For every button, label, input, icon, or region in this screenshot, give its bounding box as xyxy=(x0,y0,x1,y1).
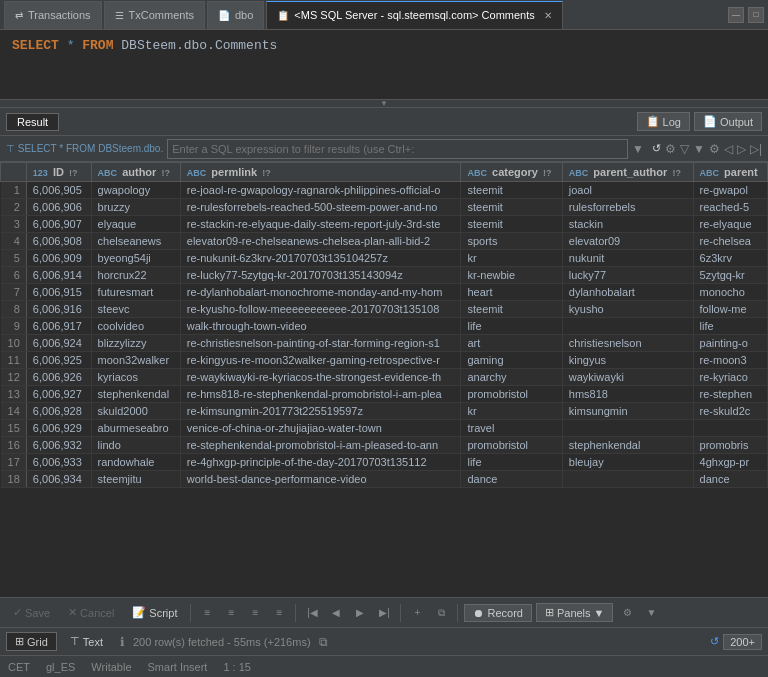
cell-author: lindo xyxy=(91,437,180,454)
cell-author: futuresmart xyxy=(91,284,180,301)
sql-editor[interactable]: SELECT * FROM DBSteem.dbo.Comments xyxy=(0,30,768,100)
filter-dropdown-icon[interactable]: ▼ xyxy=(632,142,644,156)
table-row[interactable]: 5 6,006,909 byeong54ji re-nukunit-6z3krv… xyxy=(1,250,768,267)
tab-transactions[interactable]: ⇄ Transactions xyxy=(4,1,102,29)
row-number: 13 xyxy=(1,386,27,403)
cell-author: bruzzy xyxy=(91,199,180,216)
cell-category: heart xyxy=(461,284,562,301)
col-header-parent-author[interactable]: ABC parent_author !? xyxy=(562,163,693,182)
refresh-icon: ↺ xyxy=(710,635,719,648)
filter-icon-5[interactable]: ◁ xyxy=(724,142,733,156)
table-row[interactable]: 14 6,006,928 skuld2000 re-kimsungmin-201… xyxy=(1,403,768,420)
cell-parent: re-stephen xyxy=(693,386,767,403)
table-row[interactable]: 10 6,006,924 blizzylizzy re-christiesnel… xyxy=(1,335,768,352)
cell-permlink: re-4ghxgp-principle-of-the-day-20170703t… xyxy=(180,454,461,471)
col-header-permlink[interactable]: ABC permlink !? xyxy=(180,163,461,182)
cancel-button[interactable]: ✕ Cancel xyxy=(61,603,121,622)
cell-parent: monocho xyxy=(693,284,767,301)
col-header-id[interactable]: 123 ID !? xyxy=(26,163,91,182)
add-row-btn[interactable]: + xyxy=(407,603,427,623)
save-button[interactable]: ✓ Save xyxy=(6,603,57,622)
filter-icon-6[interactable]: ▷ xyxy=(737,142,746,156)
filter-input[interactable] xyxy=(167,139,628,159)
table-row[interactable]: 13 6,006,927 stephenkendal re-hms818-re-… xyxy=(1,386,768,403)
refresh-button[interactable]: ↺ xyxy=(710,635,719,648)
minimize-button[interactable]: — xyxy=(728,7,744,23)
cell-parent: 4ghxgp-pr xyxy=(693,454,767,471)
cell-category: steemit xyxy=(461,199,562,216)
cell-id: 6,006,906 xyxy=(26,199,91,216)
cancel-icon: ✕ xyxy=(68,606,77,619)
result-tab[interactable]: Result xyxy=(6,113,59,131)
filter-icon-4[interactable]: ⚙ xyxy=(709,142,720,156)
more-button[interactable]: ▼ xyxy=(641,603,661,623)
grid-view-button[interactable]: ⊞ Grid xyxy=(6,632,57,651)
filter-icon-1[interactable]: ⚙ xyxy=(665,142,676,156)
cell-permlink: re-kimsungmin-201773t225519597z xyxy=(180,403,461,420)
filter-icon-3[interactable]: ▼ xyxy=(693,142,705,156)
cell-parent-author: christiesnelson xyxy=(562,335,693,352)
row-number: 6 xyxy=(1,267,27,284)
nav-next[interactable]: ▶ xyxy=(350,603,370,623)
table-row[interactable]: 12 6,006,926 kyriacos re-waykiwayki-re-k… xyxy=(1,369,768,386)
table-row[interactable]: 11 6,006,925 moon32walker re-kingyus-re-… xyxy=(1,352,768,369)
text-view-button[interactable]: ⊤ Text xyxy=(61,632,112,651)
align-btn-2[interactable]: ≡ xyxy=(221,603,241,623)
table-row[interactable]: 6 6,006,914 horcrux22 re-lucky77-5zytgq-… xyxy=(1,267,768,284)
toolbar-separator-3 xyxy=(400,604,401,622)
cell-id: 6,006,933 xyxy=(26,454,91,471)
copy-row-btn[interactable]: ⧉ xyxy=(431,603,451,623)
filter-icon-7[interactable]: ▷| xyxy=(750,142,762,156)
col-header-author[interactable]: ABC author !? xyxy=(91,163,180,182)
align-btn-4[interactable]: ≡ xyxy=(269,603,289,623)
nav-prev[interactable]: ◀ xyxy=(326,603,346,623)
table-row[interactable]: 1 6,006,905 gwapology re-joaol-re-gwapol… xyxy=(1,182,768,199)
table-row[interactable]: 3 6,006,907 elyaque re-stackin-re-elyaqu… xyxy=(1,216,768,233)
table-row[interactable]: 4 6,006,908 chelseanews elevator09-re-ch… xyxy=(1,233,768,250)
table-row[interactable]: 16 6,006,932 lindo re-stephenkendal-prom… xyxy=(1,437,768,454)
tab-msql-close[interactable]: ✕ xyxy=(544,10,552,21)
save-icon: ✓ xyxy=(13,606,22,619)
cell-permlink: venice-of-china-or-zhujiajiao-water-town xyxy=(180,420,461,437)
settings-button[interactable]: ⚙ xyxy=(617,603,637,623)
nav-last[interactable]: ▶| xyxy=(374,603,394,623)
tab-msql[interactable]: 📋 <MS SQL Server - sql.steemsql.com> Com… xyxy=(266,1,562,29)
table-row[interactable]: 15 6,006,929 aburmeseabro venice-of-chin… xyxy=(1,420,768,437)
col-header-parent[interactable]: ABC parent xyxy=(693,163,767,182)
cell-permlink: re-hms818-re-stephenkendal-promobristol-… xyxy=(180,386,461,403)
row-status: 200 row(s) fetched - 55ms (+216ms) xyxy=(133,636,311,648)
script-label: Script xyxy=(149,607,177,619)
record-button[interactable]: ⏺ Record xyxy=(464,604,531,622)
script-button[interactable]: 📝 Script xyxy=(125,603,184,622)
cell-id: 6,006,927 xyxy=(26,386,91,403)
nav-first[interactable]: |◀ xyxy=(302,603,322,623)
cell-parent-author: joaol xyxy=(562,182,693,199)
table-row[interactable]: 18 6,006,934 steemjitu world-best-dance-… xyxy=(1,471,768,488)
table-row[interactable]: 2 6,006,906 bruzzy re-rulesforrebels-rea… xyxy=(1,199,768,216)
tab-dbo[interactable]: 📄 dbo xyxy=(207,1,264,29)
cell-author: kyriacos xyxy=(91,369,180,386)
table-row[interactable]: 17 6,006,933 randowhale re-4ghxgp-princi… xyxy=(1,454,768,471)
maximize-button[interactable]: □ xyxy=(748,7,764,23)
table-row[interactable]: 8 6,006,916 steevc re-kyusho-follow-meee… xyxy=(1,301,768,318)
cell-parent: life xyxy=(693,318,767,335)
copy-status-icon[interactable]: ⧉ xyxy=(319,635,328,649)
filter-icon-2[interactable]: ▽ xyxy=(680,142,689,156)
cell-id: 6,006,926 xyxy=(26,369,91,386)
log-button[interactable]: 📋 Log xyxy=(637,112,690,131)
col-header-category[interactable]: ABC category !? xyxy=(461,163,562,182)
save-label: Save xyxy=(25,607,50,619)
align-btn-1[interactable]: ≡ xyxy=(197,603,217,623)
cell-parent-author: stackin xyxy=(562,216,693,233)
output-button[interactable]: 📄 Output xyxy=(694,112,762,131)
table-container[interactable]: 123 ID !? ABC author !? ABC permlink !? … xyxy=(0,162,768,597)
table-row[interactable]: 9 6,006,917 coolvideo walk-through-town-… xyxy=(1,318,768,335)
status-locale: gl_ES xyxy=(46,661,75,673)
cell-author: byeong54ji xyxy=(91,250,180,267)
row-number: 16 xyxy=(1,437,27,454)
table-wrapper: 123 ID !? ABC author !? ABC permlink !? … xyxy=(0,162,768,597)
table-row[interactable]: 7 6,006,915 futuresmart re-dylanhobalart… xyxy=(1,284,768,301)
align-btn-3[interactable]: ≡ xyxy=(245,603,265,623)
panels-button[interactable]: ⊞ Panels ▼ xyxy=(536,603,614,622)
tab-txcomments[interactable]: ☰ TxComments xyxy=(104,1,205,29)
